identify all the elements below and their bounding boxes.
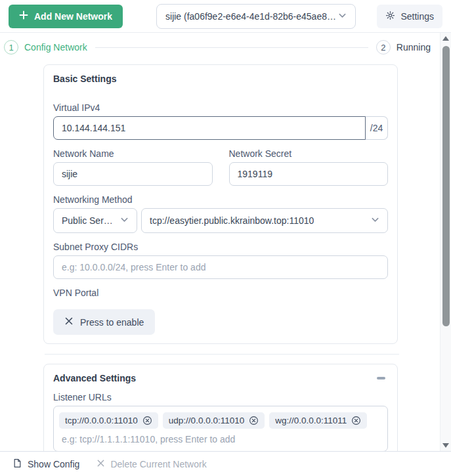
network-selector-dropdown[interactable]: sijie (fa06f9e2-e6e4-4e1d-82b6-e45ae8c05… (156, 4, 356, 29)
network-secret-label: Network Secret (229, 148, 389, 159)
method-type-value: Public Server (62, 215, 115, 226)
networking-method-row: Public Server tcp://easytier.public.kkra… (53, 208, 388, 233)
top-toolbar: Add New Network sijie (fa06f9e2-e6e4-4e1… (0, 0, 451, 33)
basic-settings-card: Basic Settings Virtual IPv4 /24 Network … (43, 64, 398, 344)
vertical-scrollbar[interactable] (440, 33, 451, 451)
vpn-portal-enable-button[interactable]: Press to enable (53, 309, 155, 335)
scrollbar-thumb[interactable] (442, 46, 450, 326)
listener-urls-chips-input[interactable]: tcp://0.0.0.0:11010 udp://0.0.0.0:11010 (53, 406, 388, 451)
stepper-connector (95, 47, 368, 48)
step-1-label: Config Network (24, 42, 87, 53)
subnet-proxy-label: Subnet Proxy CIDRs (53, 242, 388, 252)
method-type-dropdown[interactable]: Public Server (53, 208, 137, 233)
network-selector-value: sijie (fa06f9e2-e6e4-4e1d-82b6-e45ae8c05… (165, 11, 338, 22)
add-new-network-button[interactable]: Add New Network (9, 5, 123, 28)
section-divider (45, 354, 399, 355)
network-secret-input[interactable] (229, 162, 389, 186)
step-running[interactable]: 2 Running (376, 40, 431, 54)
step-1-circle: 1 (4, 40, 18, 54)
chip-label: wg://0.0.0.0:11011 (275, 416, 347, 425)
scroll-up-arrow-icon[interactable] (442, 36, 449, 41)
advanced-settings-title: Advanced Settings (53, 373, 136, 383)
network-name-label: Network Name (53, 148, 213, 159)
settings-button[interactable]: Settings (377, 5, 442, 28)
chevron-down-icon (371, 215, 379, 226)
remove-chip-icon[interactable] (351, 416, 361, 425)
bottom-action-bar: Show Config Delete Current Network (0, 451, 451, 476)
remove-chip-icon[interactable] (249, 416, 259, 425)
advanced-settings-header: Advanced Settings (53, 373, 388, 383)
x-icon (97, 459, 105, 469)
delete-current-network-label: Delete Current Network (110, 459, 206, 469)
virtual-ipv4-input[interactable] (53, 116, 366, 140)
listener-urls-label: Listener URLs (53, 392, 388, 402)
listener-urls-chips: tcp://0.0.0.0:11010 udp://0.0.0.0:11010 (59, 412, 382, 429)
network-name-input[interactable] (53, 162, 213, 186)
listener-chip: tcp://0.0.0.0:11010 (59, 412, 158, 429)
gear-icon (385, 11, 395, 22)
x-icon (64, 316, 74, 328)
minus-icon (377, 377, 385, 379)
network-name-field: Network Name (53, 140, 213, 186)
scroll-content: 1 Config Network 2 Running Basic Setting… (0, 33, 440, 451)
chevron-down-icon (120, 215, 129, 226)
show-config-button[interactable]: Show Config (12, 458, 79, 470)
listener-chip: udp://0.0.0.0:11010 (163, 412, 265, 429)
public-server-dropdown[interactable]: tcp://easytier.public.kkrainbow.top:1101… (141, 208, 388, 233)
scroll-down-arrow-icon[interactable] (442, 443, 449, 448)
collapse-section-button[interactable] (374, 373, 388, 383)
vpn-portal-button-label: Press to enable (80, 317, 144, 328)
listener-chip: wg://0.0.0.0:11011 (269, 412, 367, 429)
scroll-body: 1 Config Network 2 Running Basic Setting… (0, 33, 451, 451)
step-2-label: Running (397, 42, 431, 53)
subnet-proxy-input[interactable] (53, 255, 388, 279)
virtual-ipv4-group: /24 (53, 116, 388, 140)
remove-chip-icon[interactable] (142, 416, 152, 425)
settings-label: Settings (400, 11, 434, 22)
add-new-network-label: Add New Network (34, 11, 112, 22)
virtual-ipv4-label: Virtual IPv4 (53, 102, 388, 113)
show-config-label: Show Config (28, 459, 79, 469)
public-server-value: tcp://easytier.public.kkrainbow.top:1101… (150, 215, 314, 226)
basic-settings-title: Basic Settings (53, 74, 388, 84)
plus-icon (19, 11, 28, 22)
delete-current-network-button[interactable]: Delete Current Network (97, 459, 206, 469)
chip-label: tcp://0.0.0.0:11010 (65, 416, 138, 425)
stepper: 1 Config Network 2 Running (0, 33, 440, 62)
chip-label: udp://0.0.0.0:11010 (169, 416, 244, 425)
advanced-settings-card: Advanced Settings Listener URLs tcp://0.… (43, 364, 398, 451)
network-secret-field: Network Secret (229, 140, 389, 186)
name-secret-row: Network Name Network Secret (53, 140, 388, 186)
step-config-network[interactable]: 1 Config Network (4, 40, 87, 54)
listener-urls-text-input[interactable] (59, 434, 366, 444)
file-icon (12, 458, 22, 470)
app-window: Add New Network sijie (fa06f9e2-e6e4-4e1… (0, 0, 451, 476)
networking-method-label: Networking Method (53, 194, 388, 205)
chevron-down-icon (338, 11, 347, 22)
vpn-portal-label: VPN Portal (53, 288, 388, 298)
cidr-suffix-addon: /24 (366, 116, 388, 140)
step-2-circle: 2 (376, 40, 391, 54)
